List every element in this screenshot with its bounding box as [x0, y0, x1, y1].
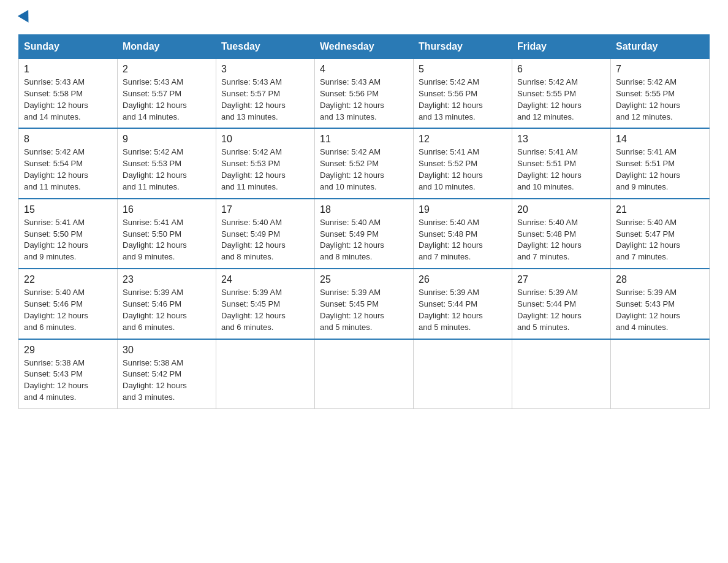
day-number: 18 — [320, 204, 408, 215]
day-number: 17 — [221, 204, 309, 215]
day-cell: 30Sunrise: 5:38 AMSunset: 5:42 PMDayligh… — [118, 339, 216, 409]
weekday-header-friday: Friday — [512, 35, 611, 59]
weekday-header-wednesday: Wednesday — [315, 35, 414, 59]
day-cell: 15Sunrise: 5:41 AMSunset: 5:50 PMDayligh… — [19, 199, 118, 269]
day-cell: 29Sunrise: 5:38 AMSunset: 5:43 PMDayligh… — [19, 339, 118, 409]
day-cell: 28Sunrise: 5:39 AMSunset: 5:43 PMDayligh… — [611, 269, 710, 339]
day-cell: 24Sunrise: 5:39 AMSunset: 5:45 PMDayligh… — [216, 269, 315, 339]
day-cell: 21Sunrise: 5:40 AMSunset: 5:47 PMDayligh… — [611, 199, 710, 269]
week-row-4: 22Sunrise: 5:40 AMSunset: 5:46 PMDayligh… — [19, 269, 710, 339]
week-row-3: 15Sunrise: 5:41 AMSunset: 5:50 PMDayligh… — [19, 199, 710, 269]
day-info: Sunrise: 5:42 AMSunset: 5:54 PMDaylight:… — [24, 147, 88, 191]
day-info: Sunrise: 5:38 AMSunset: 5:42 PMDaylight:… — [123, 358, 187, 402]
day-info: Sunrise: 5:40 AMSunset: 5:49 PMDaylight:… — [320, 218, 384, 262]
day-cell: 23Sunrise: 5:39 AMSunset: 5:46 PMDayligh… — [118, 269, 216, 339]
day-info: Sunrise: 5:40 AMSunset: 5:48 PMDaylight:… — [517, 218, 582, 262]
day-info: Sunrise: 5:41 AMSunset: 5:51 PMDaylight:… — [616, 147, 680, 191]
day-number: 22 — [24, 274, 112, 285]
logo — [18, 12, 34, 23]
day-number: 13 — [517, 134, 605, 145]
day-info: Sunrise: 5:39 AMSunset: 5:44 PMDaylight:… — [517, 288, 582, 332]
day-number: 30 — [123, 345, 211, 356]
day-number: 26 — [419, 274, 507, 285]
day-number: 20 — [517, 204, 605, 215]
day-number: 27 — [517, 274, 605, 285]
day-number: 3 — [221, 64, 309, 75]
day-info: Sunrise: 5:42 AMSunset: 5:55 PMDaylight:… — [616, 77, 680, 121]
day-cell: 8Sunrise: 5:42 AMSunset: 5:54 PMDaylight… — [19, 128, 118, 198]
calendar-table: SundayMondayTuesdayWednesdayThursdayFrid… — [18, 34, 710, 409]
day-cell: 17Sunrise: 5:40 AMSunset: 5:49 PMDayligh… — [216, 199, 315, 269]
day-number: 8 — [24, 134, 112, 145]
header — [18, 12, 710, 23]
weekday-header-thursday: Thursday — [414, 35, 512, 59]
week-row-5: 29Sunrise: 5:38 AMSunset: 5:43 PMDayligh… — [19, 339, 710, 409]
day-info: Sunrise: 5:39 AMSunset: 5:46 PMDaylight:… — [123, 288, 187, 332]
weekday-header-monday: Monday — [118, 35, 216, 59]
day-cell: 13Sunrise: 5:41 AMSunset: 5:51 PMDayligh… — [512, 128, 611, 198]
day-cell: 18Sunrise: 5:40 AMSunset: 5:49 PMDayligh… — [315, 199, 414, 269]
day-info: Sunrise: 5:41 AMSunset: 5:50 PMDaylight:… — [24, 218, 88, 262]
day-cell: 19Sunrise: 5:40 AMSunset: 5:48 PMDayligh… — [414, 199, 512, 269]
day-number: 15 — [24, 204, 112, 215]
day-info: Sunrise: 5:39 AMSunset: 5:45 PMDaylight:… — [320, 288, 384, 332]
day-cell: 12Sunrise: 5:41 AMSunset: 5:52 PMDayligh… — [414, 128, 512, 198]
day-number: 10 — [221, 134, 309, 145]
day-number: 24 — [221, 274, 309, 285]
day-number: 2 — [123, 64, 211, 75]
day-cell: 16Sunrise: 5:41 AMSunset: 5:50 PMDayligh… — [118, 199, 216, 269]
day-info: Sunrise: 5:42 AMSunset: 5:52 PMDaylight:… — [320, 147, 384, 191]
day-cell: 1Sunrise: 5:43 AMSunset: 5:58 PMDaylight… — [19, 59, 118, 129]
day-number: 19 — [419, 204, 507, 215]
day-info: Sunrise: 5:39 AMSunset: 5:43 PMDaylight:… — [616, 288, 680, 332]
day-number: 25 — [320, 274, 408, 285]
day-cell: 9Sunrise: 5:42 AMSunset: 5:53 PMDaylight… — [118, 128, 216, 198]
day-cell: 4Sunrise: 5:43 AMSunset: 5:56 PMDaylight… — [315, 59, 414, 129]
week-row-2: 8Sunrise: 5:42 AMSunset: 5:54 PMDaylight… — [19, 128, 710, 198]
day-cell — [315, 339, 414, 409]
day-cell — [414, 339, 512, 409]
day-cell: 11Sunrise: 5:42 AMSunset: 5:52 PMDayligh… — [315, 128, 414, 198]
day-cell — [512, 339, 611, 409]
day-number: 9 — [123, 134, 211, 145]
day-info: Sunrise: 5:41 AMSunset: 5:51 PMDaylight:… — [517, 147, 582, 191]
day-number: 16 — [123, 204, 211, 215]
day-info: Sunrise: 5:43 AMSunset: 5:57 PMDaylight:… — [123, 77, 187, 121]
day-number: 12 — [419, 134, 507, 145]
day-cell: 6Sunrise: 5:42 AMSunset: 5:55 PMDaylight… — [512, 59, 611, 129]
day-number: 29 — [24, 345, 112, 356]
day-info: Sunrise: 5:43 AMSunset: 5:58 PMDaylight:… — [24, 77, 88, 121]
day-info: Sunrise: 5:41 AMSunset: 5:52 PMDaylight:… — [419, 147, 483, 191]
day-cell: 26Sunrise: 5:39 AMSunset: 5:44 PMDayligh… — [414, 269, 512, 339]
weekday-header-tuesday: Tuesday — [216, 35, 315, 59]
day-info: Sunrise: 5:42 AMSunset: 5:56 PMDaylight:… — [419, 77, 483, 121]
day-info: Sunrise: 5:40 AMSunset: 5:47 PMDaylight:… — [616, 218, 680, 262]
day-number: 21 — [616, 204, 704, 215]
day-info: Sunrise: 5:42 AMSunset: 5:53 PMDaylight:… — [123, 147, 187, 191]
weekday-header-sunday: Sunday — [19, 35, 118, 59]
day-info: Sunrise: 5:42 AMSunset: 5:55 PMDaylight:… — [517, 77, 582, 121]
day-number: 4 — [320, 64, 408, 75]
day-cell: 2Sunrise: 5:43 AMSunset: 5:57 PMDaylight… — [118, 59, 216, 129]
day-info: Sunrise: 5:41 AMSunset: 5:50 PMDaylight:… — [123, 218, 187, 262]
day-cell: 14Sunrise: 5:41 AMSunset: 5:51 PMDayligh… — [611, 128, 710, 198]
day-number: 28 — [616, 274, 704, 285]
day-number: 14 — [616, 134, 704, 145]
weekday-header-saturday: Saturday — [611, 35, 710, 59]
day-info: Sunrise: 5:39 AMSunset: 5:44 PMDaylight:… — [419, 288, 483, 332]
day-cell: 20Sunrise: 5:40 AMSunset: 5:48 PMDayligh… — [512, 199, 611, 269]
day-info: Sunrise: 5:39 AMSunset: 5:45 PMDaylight:… — [221, 288, 286, 332]
day-cell — [216, 339, 315, 409]
day-info: Sunrise: 5:38 AMSunset: 5:43 PMDaylight:… — [24, 358, 88, 402]
day-cell — [611, 339, 710, 409]
day-number: 23 — [123, 274, 211, 285]
logo-triangle-icon — [18, 10, 34, 26]
weekday-header-row: SundayMondayTuesdayWednesdayThursdayFrid… — [19, 35, 710, 59]
day-info: Sunrise: 5:40 AMSunset: 5:49 PMDaylight:… — [221, 218, 286, 262]
day-cell: 22Sunrise: 5:40 AMSunset: 5:46 PMDayligh… — [19, 269, 118, 339]
day-info: Sunrise: 5:40 AMSunset: 5:48 PMDaylight:… — [419, 218, 483, 262]
day-cell: 7Sunrise: 5:42 AMSunset: 5:55 PMDaylight… — [611, 59, 710, 129]
day-info: Sunrise: 5:43 AMSunset: 5:56 PMDaylight:… — [320, 77, 384, 121]
day-info: Sunrise: 5:43 AMSunset: 5:57 PMDaylight:… — [221, 77, 286, 121]
day-number: 11 — [320, 134, 408, 145]
